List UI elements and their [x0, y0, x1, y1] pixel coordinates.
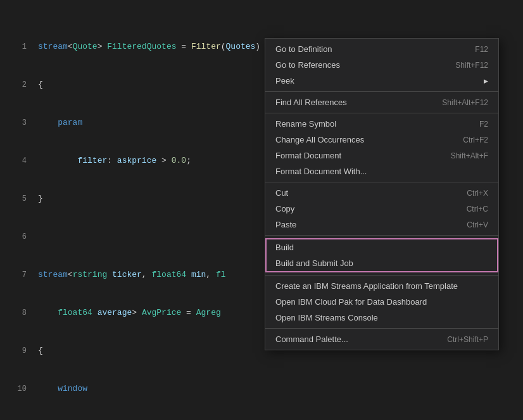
- menu-separator: [265, 91, 498, 92]
- menu-item-copy[interactable]: Copy Ctrl+C: [265, 201, 498, 217]
- menu-item-paste[interactable]: Paste Ctrl+V: [265, 217, 498, 232]
- code-line: 10 window: [0, 383, 523, 395]
- menu-item-format-document-with[interactable]: Format Document With...: [265, 163, 498, 179]
- menu-item-open-streams-console[interactable]: Open IBM Streams Console: [265, 310, 498, 326]
- menu-item-peek[interactable]: Peek: [265, 73, 498, 89]
- menu-separator: [265, 275, 498, 276]
- menu-item-create-ibm-streams-app[interactable]: Create an IBM Streams Application from T…: [265, 278, 498, 294]
- menu-item-change-all-occurrences[interactable]: Change All Occurrences Ctrl+F2: [265, 132, 498, 148]
- menu-item-build[interactable]: Build: [267, 239, 497, 255]
- menu-item-cut[interactable]: Cut Ctrl+X: [265, 185, 498, 201]
- menu-item-go-to-definition[interactable]: Go to Definition F12: [265, 41, 498, 57]
- context-menu: Go to Definition F12 Go to References Sh…: [265, 38, 499, 350]
- menu-item-build-and-submit-job[interactable]: Build and Submit Job: [267, 255, 497, 271]
- menu-item-open-cloud-pak[interactable]: Open IBM Cloud Pak for Data Dashboard: [265, 294, 498, 310]
- menu-item-rename-symbol[interactable]: Rename Symbol F2: [265, 116, 498, 132]
- menu-separator: [265, 113, 498, 113]
- menu-separator: [265, 235, 498, 236]
- menu-item-go-to-references[interactable]: Go to References Shift+F12: [265, 57, 498, 73]
- menu-item-format-document[interactable]: Format Document Shift+Alt+F: [265, 148, 498, 163]
- menu-separator: [265, 328, 498, 329]
- menu-separator: [265, 182, 498, 182]
- build-highlight-group: Build Build and Submit Job: [265, 238, 498, 272]
- menu-item-command-palette[interactable]: Command Palette... Ctrl+Shift+P: [265, 331, 498, 347]
- menu-item-find-all-references[interactable]: Find All References Shift+Alt+F12: [265, 94, 498, 110]
